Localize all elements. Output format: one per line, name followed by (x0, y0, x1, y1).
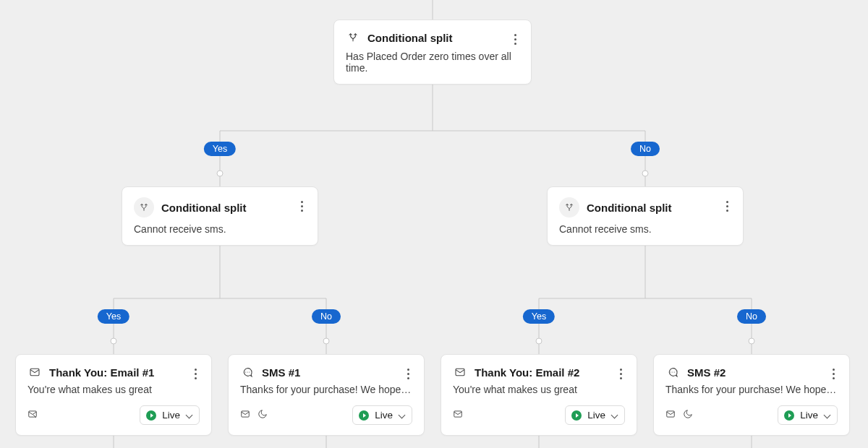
card-menu-button[interactable] (293, 197, 310, 215)
split-icon (559, 197, 579, 217)
chevron-down-icon (186, 412, 193, 419)
chevron-down-icon (824, 412, 831, 419)
svg-rect-7 (29, 410, 37, 416)
split-icon (134, 197, 154, 217)
smart-send-icon (27, 409, 38, 422)
conditional-split-card-left[interactable]: Conditional split Cannot receive sms. (122, 186, 318, 246)
svg-rect-11 (667, 410, 675, 416)
live-status-icon (146, 410, 156, 421)
sms-card[interactable]: SMS #2 Thanks for your purchase! We hope… (653, 354, 850, 436)
status-select[interactable]: Live (352, 405, 412, 425)
sms-card[interactable]: SMS #1 Thanks for your purchase! We hope… (228, 354, 425, 436)
email-card[interactable]: Thank You: Email #1 You're what makes us… (15, 354, 212, 436)
live-status-icon (571, 410, 582, 421)
sms-icon (240, 365, 255, 379)
card-menu-button[interactable] (612, 365, 629, 382)
svg-point-0 (217, 171, 223, 176)
card-menu-button[interactable] (825, 365, 842, 382)
svg-point-5 (749, 338, 754, 344)
card-title: Conditional split (587, 202, 672, 214)
email-card[interactable]: Thank You: Email #2 You're what makes us… (441, 354, 637, 436)
smart-send-icon (665, 409, 676, 422)
conditional-split-card-right[interactable]: Conditional split Cannot receive sms. (547, 186, 744, 246)
smart-send-icon (240, 409, 250, 422)
card-description: You're what makes us great (453, 384, 625, 395)
live-status-icon (359, 410, 369, 421)
card-description: Thanks for your purchase! We hope that y… (240, 384, 412, 395)
card-title: Thank You: Email #2 (475, 366, 579, 379)
card-title: Thank You: Email #1 (49, 366, 154, 379)
chevron-down-icon (611, 412, 618, 419)
svg-point-1 (642, 171, 648, 176)
svg-rect-6 (30, 369, 39, 375)
branch-label-no: No (631, 142, 660, 156)
card-menu-button[interactable] (718, 197, 736, 215)
status-select[interactable]: Live (778, 405, 838, 425)
quiet-hours-icon (683, 409, 693, 422)
card-title: SMS #1 (262, 366, 300, 379)
card-title: Conditional split (161, 202, 247, 214)
status-select[interactable]: Live (565, 405, 625, 425)
conditional-split-card-root[interactable]: Conditional split Has Placed Order zero … (333, 20, 532, 85)
card-description: Has Placed Order zero times over all tim… (346, 51, 519, 74)
card-description: You're what makes us great (27, 384, 200, 395)
sms-icon (665, 365, 680, 379)
svg-rect-10 (454, 410, 462, 416)
quiet-hours-icon (258, 409, 268, 422)
svg-rect-9 (456, 369, 464, 375)
smart-send-icon (453, 409, 463, 422)
status-label: Live (375, 410, 393, 421)
branch-label-no: No (737, 309, 766, 324)
status-label: Live (162, 410, 180, 421)
chevron-down-icon (399, 412, 406, 419)
card-menu-button[interactable] (399, 365, 417, 382)
card-title: Conditional split (367, 32, 453, 44)
email-icon (453, 365, 467, 379)
card-title: SMS #2 (687, 366, 726, 379)
svg-rect-8 (242, 410, 250, 416)
email-icon (27, 365, 42, 379)
svg-point-2 (111, 338, 116, 344)
card-menu-button[interactable] (187, 365, 204, 382)
card-description: Cannot receive sms. (559, 223, 731, 235)
live-status-icon (784, 410, 794, 421)
branch-label-yes: Yes (204, 142, 236, 156)
status-label: Live (587, 410, 605, 421)
split-icon (346, 30, 360, 45)
card-description: Thanks for your purchase! We hope that y… (665, 384, 838, 395)
card-menu-button[interactable] (506, 30, 524, 48)
svg-point-3 (323, 338, 329, 344)
branch-label-yes: Yes (98, 309, 129, 324)
card-description: Cannot receive sms. (134, 223, 306, 235)
svg-point-4 (536, 338, 542, 344)
status-label: Live (800, 410, 818, 421)
branch-label-no: No (312, 309, 341, 324)
status-select[interactable]: Live (140, 405, 200, 425)
branch-label-yes: Yes (523, 309, 555, 324)
